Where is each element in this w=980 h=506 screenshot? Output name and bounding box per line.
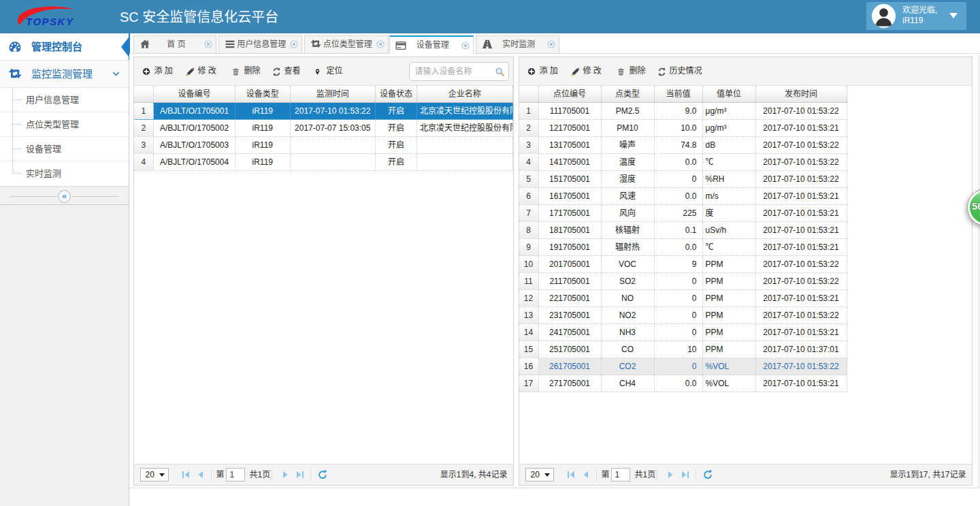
device-page-input[interactable]: [226, 468, 245, 481]
monitor-cell: PPM: [703, 290, 756, 306]
monitor-cell: PPM: [703, 273, 756, 289]
monitor-row-0[interactable]: 1111705001PM2.59.0μg/m³2017-07-10 01:53:…: [519, 103, 847, 120]
monitor-row-13[interactable]: 14241705001NH30PPM2017-07-10 01:53:21: [519, 324, 847, 341]
prev-page-icon[interactable]: [581, 469, 591, 480]
monitor-row-12[interactable]: 13231705001NO20PPM2017-07-10 01:53:22: [519, 307, 847, 324]
monitor-col-header-1[interactable]: 点位编号: [539, 86, 602, 102]
monitor-cell: 16: [519, 358, 539, 375]
monitor-col-header-5[interactable]: 发布时间: [756, 86, 847, 102]
monitor-cell: 161705001: [539, 188, 602, 204]
monitor-cell: PM10: [602, 120, 655, 136]
monitor-cell: 0: [655, 324, 703, 341]
reload-icon[interactable]: [317, 469, 328, 480]
device-cell: [291, 137, 376, 153]
first-page-icon[interactable]: [566, 469, 576, 480]
device-col-header-1[interactable]: 设备编号: [154, 86, 235, 102]
device-cell: 开启: [376, 120, 417, 136]
tab-close-icon[interactable]: [376, 40, 385, 48]
last-page-icon[interactable]: [295, 469, 306, 480]
sidebar-subitem-2[interactable]: 设备管理: [0, 137, 129, 161]
toolbar-button-label: 删除: [244, 57, 261, 85]
monitor-cell: 2017-07-10 01:53:22: [756, 256, 847, 272]
device-col-header-2[interactable]: 设备类型: [235, 86, 291, 102]
device-row-1[interactable]: 2A/BJLT/O/1705002iR1192017-07-07 15:03:0…: [134, 120, 513, 137]
person-icon: [872, 4, 896, 28]
add-icon: [527, 67, 536, 76]
device-cell: 北京凌天世纪控股股份有限公司: [417, 120, 513, 136]
monitor-col-header-2[interactable]: 点类型: [602, 86, 655, 102]
monitor-row-9[interactable]: 10201705001VOC9PPM2017-07-10 01:53:22: [519, 256, 847, 273]
monitor-cell: ℃: [703, 154, 756, 170]
collapse-sidebar-button[interactable]: «: [58, 190, 71, 203]
tab-close-icon[interactable]: [461, 42, 470, 50]
monitor-row-10[interactable]: 11211705001SO20PPM2017-07-10 01:53:22: [519, 273, 847, 290]
monitor-cell: PM2.5: [602, 103, 655, 119]
tab-2[interactable]: 点位类型管理: [304, 35, 389, 54]
monitor-row-5[interactable]: 6161705001风速0.0m/s2017-07-10 01:53:21: [519, 188, 847, 205]
monitor-row-3[interactable]: 4141705001温度0.0℃2017-07-10 01:53:22: [519, 154, 847, 171]
monitor-row-1[interactable]: 2121705001PM1010.0μg/m³2017-07-10 01:53:…: [519, 120, 847, 137]
device-col-header-0[interactable]: [134, 86, 154, 102]
device-cell: A/BJLT/O/1705003: [154, 137, 235, 153]
loop-icon: [310, 39, 321, 50]
monitor-col-header-4[interactable]: 值单位: [703, 86, 756, 102]
device-col-header-3[interactable]: 监测时间: [291, 86, 376, 102]
last-page-icon[interactable]: [680, 469, 691, 480]
device-cell: 北京凌天世纪控股股份有限公司: [417, 103, 513, 119]
monitor-cell: 15: [519, 341, 539, 358]
monitor-cell: dB: [703, 137, 756, 153]
monitor-col-header-0[interactable]: [519, 86, 539, 102]
tab-close-icon[interactable]: [204, 40, 212, 48]
device-row-2[interactable]: 3A/BJLT/O/1705003iR119开启: [134, 137, 513, 154]
device-col-header-5[interactable]: 企业名称: [417, 86, 513, 102]
tab-label: 用户信息管理: [237, 36, 287, 52]
monitor-row-2[interactable]: 3131705001噪声74.8dB2017-07-10 01:53:22: [519, 137, 847, 154]
monitor-row-16[interactable]: 17271705001CH40.0%VOL2017-07-10 01:53:21: [519, 375, 847, 392]
monitor-cell: 0: [655, 358, 703, 375]
tab-1[interactable]: 用户信息管理: [218, 35, 303, 54]
monitor-row-6[interactable]: 7171705001风向225度2017-07-10 01:53:21: [519, 205, 847, 222]
tab-4[interactable]: 实时监测: [476, 35, 559, 54]
tab-0[interactable]: 首 页: [133, 35, 216, 54]
device-grid: 设备编号设备类型监测时间设备状态企业名称1A/BJLT/O/1705001iR1…: [134, 86, 513, 171]
device-search-input[interactable]: [415, 63, 493, 80]
tab-close-icon[interactable]: [547, 40, 555, 48]
monitor-row-15[interactable]: 16261705001CO20%VOL2017-07-10 01:53:22: [519, 358, 847, 375]
monitor-row-14[interactable]: 15251705001CO10PPM2017-07-10 01:37:01: [519, 341, 847, 358]
monitor-row-11[interactable]: 12221705001NO0PPM2017-07-10 01:53:21: [519, 290, 847, 307]
monitor-row-7[interactable]: 8181705001核辐射0.1uSv/h2017-07-10 01:53:21: [519, 222, 847, 239]
edit-icon: [186, 67, 195, 76]
sidebar-item-console[interactable]: 管理控制台: [0, 33, 130, 61]
monitor-cell: 231705001: [539, 307, 602, 323]
device-col-header-4[interactable]: 设备状态: [376, 86, 417, 102]
tab-3[interactable]: 设备管理: [389, 35, 474, 54]
monitor-cell: 171705001: [539, 205, 602, 221]
prev-page-icon[interactable]: [195, 469, 206, 480]
device-row-0[interactable]: 1A/BJLT/O/1705001iR1192017-07-10 01:53:2…: [134, 103, 513, 120]
monitor-cell: 风速: [602, 188, 655, 204]
next-page-icon[interactable]: [280, 469, 291, 480]
device-page-size-select[interactable]: 20: [140, 468, 169, 481]
monitor-col-header-3[interactable]: 当前值: [655, 86, 703, 102]
sidebar-subitem-0[interactable]: 用户信息管理: [0, 88, 129, 112]
monitor-pager-summary: 显示1到17, 共17记录: [889, 464, 966, 485]
reload-icon[interactable]: [702, 469, 713, 480]
user-menu[interactable]: 欢迎光临, iR119: [866, 2, 966, 30]
sidebar-item-monitoring[interactable]: 监控监测管理: [0, 61, 129, 88]
sidebar-subitem-1[interactable]: 点位类型管理: [0, 112, 129, 137]
next-page-icon[interactable]: [665, 469, 676, 480]
monitor-row-4[interactable]: 5151705001湿度0%RH2017-07-10 01:53:22: [519, 171, 847, 188]
sidebar-subitem-3[interactable]: 实时监测: [0, 161, 129, 186]
first-page-icon[interactable]: [180, 469, 191, 480]
monitor-page-input[interactable]: [611, 468, 630, 481]
search-icon[interactable]: [495, 67, 505, 77]
monitor-cell: PPM: [703, 341, 756, 358]
device-row-3[interactable]: 4A/BJLT/O/1705004iR119开启: [134, 154, 513, 171]
tab-close-icon[interactable]: [290, 40, 298, 48]
monitor-page-size-select[interactable]: 20: [525, 468, 554, 481]
monitor-row-8[interactable]: 9191705001辐射热0.0℃2017-07-10 01:53:21: [519, 239, 847, 256]
monitor-cell: 221705001: [539, 290, 602, 306]
monitor-cell: 10.0: [655, 120, 703, 136]
toolbar-button-label: 删除: [630, 57, 646, 85]
monitor-cell: 2017-07-10 01:53:21: [756, 205, 847, 221]
